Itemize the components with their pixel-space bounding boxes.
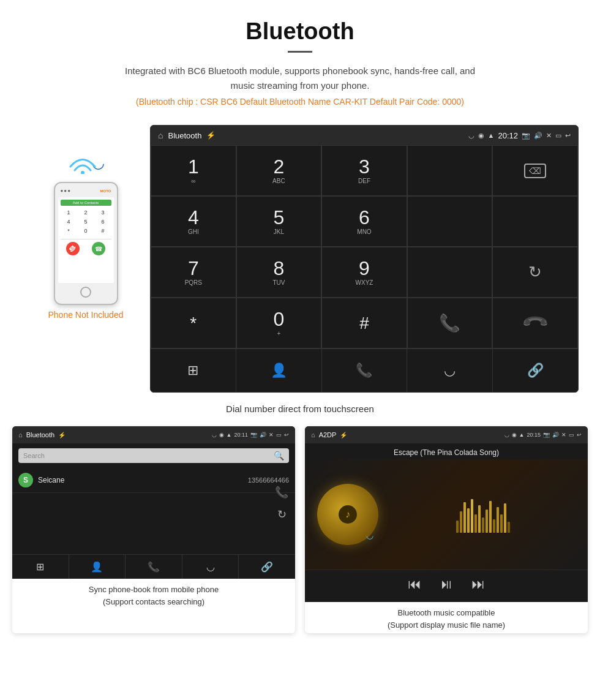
dial-key-1[interactable]: 1 ∞ [151, 145, 236, 196]
prev-track-btn[interactable]: ⏮ [408, 576, 421, 592]
phone-dial-grid: 1 2 3 4 5 6 * 0 # [61, 208, 111, 235]
pb-bt-btn[interactable]: ◡ [182, 555, 239, 579]
ms-home-icon[interactable]: ⌂ [311, 431, 315, 438]
ms-title: A2DP [319, 431, 337, 438]
phone-end-call-btn[interactable]: ☎ [64, 239, 83, 258]
pb-contacts-btn[interactable]: 👤 [69, 555, 126, 579]
dialpad-nav-btn[interactable]: ⊞ [151, 349, 236, 392]
phone-key-2[interactable]: 2 [78, 208, 94, 217]
back-icon[interactable]: ↩ [565, 132, 571, 140]
dial-backspace-btn[interactable]: ⌫ [492, 145, 578, 196]
next-track-btn[interactable]: ⏭ [471, 576, 485, 592]
dial-reload-btn[interactable]: ↻ [492, 247, 578, 298]
calls-nav-btn[interactable]: 📞 [322, 349, 408, 392]
music-note-icon: ♪ [345, 509, 350, 520]
call-button[interactable]: 📞 [407, 298, 493, 348]
pb-home-icon[interactable]: ⌂ [18, 431, 23, 438]
phone-key-1[interactable]: 1 [61, 208, 77, 217]
camera-icon[interactable]: 📷 [522, 132, 530, 140]
album-art: ♪ ◡ [317, 484, 378, 545]
pb-status-right: ◡ ◉ ▲ 20:11 📷 🔊 ✕ ▭ ↩ [212, 432, 289, 438]
pb-call-btn[interactable]: 📞 [273, 484, 290, 501]
dial-key-7[interactable]: 7 PQRS [151, 247, 236, 298]
contacts-icon: 👤 [271, 363, 287, 378]
settings-nav-btn[interactable]: 🔗 [493, 349, 578, 392]
play-pause-btn[interactable]: ⏯ [440, 576, 453, 592]
dial-key-6[interactable]: 6 MNO [321, 196, 407, 247]
pb-dialpad-btn[interactable]: ⊞ [12, 555, 69, 579]
dial-key-hash[interactable]: # [321, 298, 407, 348]
search-placeholder-text: Search [23, 452, 45, 459]
phone-home-button[interactable] [80, 287, 91, 298]
pb-back-icon[interactable]: ↩ [284, 432, 289, 438]
music-panel: ⌂ A2DP ⚡ ◡ ◉ ▲ 20:15 📷 🔊 ✕ ▭ ↩ Escape (T [305, 426, 588, 633]
backspace-icon: ⌫ [524, 164, 546, 178]
dial-key-star[interactable]: * [151, 298, 236, 348]
phone-key-6[interactable]: 6 [95, 217, 111, 226]
pb-bt-icon: ◡ [212, 432, 217, 438]
dial-empty-2 [407, 196, 493, 247]
pb-settings-btn[interactable]: 🔗 [239, 555, 295, 579]
phone-screen: Add to Contacts 1 2 3 4 5 6 * 0 # ☎ ☎ [58, 197, 114, 283]
dialer-status-bar: ⌂ Bluetooth ⚡ ◡ ◉ ▲ 20:12 📷 🔊 ✕ ▭ ↩ [151, 126, 578, 145]
contact-avatar: S [18, 473, 33, 487]
phone-key-3[interactable]: 3 [95, 208, 111, 217]
pb-win-icon[interactable]: ▭ [276, 432, 282, 438]
eq-bar-7 [478, 505, 481, 533]
phonebook-search-bar[interactable]: Search 🔍 [18, 448, 289, 463]
ms-win-icon[interactable]: ▭ [569, 432, 574, 438]
phonebook-caption: Sync phone-book from mobile phone (Suppo… [12, 579, 295, 610]
eq-bar-13 [500, 514, 503, 533]
phonebook-caption-line2: (Support contacts searching) [103, 597, 204, 606]
signal-icon: ▲ [488, 132, 495, 139]
phone-key-5[interactable]: 5 [78, 217, 94, 226]
search-icon[interactable]: 🔍 [274, 451, 284, 461]
dial-key-zero[interactable]: 0 + [236, 298, 322, 348]
phone-top-bar: ●●● MOTO [58, 187, 114, 195]
ms-close-icon[interactable]: ✕ [561, 432, 566, 438]
phone-call-btn[interactable]: ☎ [92, 242, 105, 255]
dial-key-8[interactable]: 8 TUV [236, 247, 322, 298]
pb-calls-btn[interactable]: 📞 [126, 555, 182, 579]
close-icon[interactable]: ✕ [546, 132, 552, 140]
dial-key-2[interactable]: 2 ABC [236, 145, 322, 196]
hangup-button[interactable]: 📞 [492, 298, 578, 348]
eq-bar-5 [471, 499, 473, 533]
dial-key-3[interactable]: 3 DEF [321, 145, 407, 196]
phone-key-0[interactable]: 0 [78, 227, 94, 235]
pb-person-icon: 👤 [91, 561, 103, 573]
home-icon[interactable]: ⌂ [158, 130, 163, 140]
music-content: ♪ ◡ [305, 459, 588, 570]
contacts-nav-btn[interactable]: 👤 [236, 349, 322, 392]
dial-key-4[interactable]: 4 GHI [151, 196, 236, 247]
pb-bt-nav-icon: ◡ [206, 561, 215, 573]
song-title: Escape (The Pina Colada Song) [305, 443, 588, 459]
phone-add-contacts-btn[interactable]: Add to Contacts [61, 200, 111, 206]
pb-status-left: ⌂ Bluetooth ⚡ [18, 431, 66, 438]
eq-bar-14 [504, 503, 506, 533]
volume-icon[interactable]: 🔊 [534, 132, 542, 140]
phone-key-4[interactable]: 4 [61, 217, 77, 226]
phone-nav-icon: 📞 [356, 363, 372, 378]
reload-icon: ↻ [528, 263, 542, 282]
phonebook-status-bar: ⌂ Bluetooth ⚡ ◡ ◉ ▲ 20:11 📷 🔊 ✕ ▭ ↩ [12, 426, 295, 443]
pb-reload-btn[interactable]: ↻ [273, 506, 290, 523]
dialer-title: Bluetooth [168, 131, 201, 140]
pb-camera-icon: 📷 [250, 432, 257, 438]
page-subtitle: Integrated with BC6 Bluetooth module, su… [116, 64, 484, 93]
ms-back-icon[interactable]: ↩ [577, 432, 582, 438]
dialer-bottom-nav: ⊞ 👤 📞 ◡ 🔗 [151, 348, 578, 392]
dial-key-5[interactable]: 5 JKL [236, 196, 322, 247]
phonebook-entry[interactable]: S Seicane 13566664466 [12, 468, 295, 493]
bluetooth-nav-btn[interactable]: ◡ [407, 349, 493, 392]
eq-bars [391, 496, 576, 533]
phone-key-star[interactable]: * [61, 227, 77, 235]
dial-key-9[interactable]: 9 WXYZ [321, 247, 407, 298]
eq-bar-11 [493, 519, 495, 533]
phone-key-hash[interactable]: # [95, 227, 111, 235]
call-icon: 📞 [439, 313, 460, 333]
window-icon[interactable]: ▭ [555, 132, 561, 140]
pb-close-icon[interactable]: ✕ [269, 432, 274, 438]
pb-time: 20:11 [234, 432, 248, 438]
gps-icon: ◉ [478, 132, 484, 140]
